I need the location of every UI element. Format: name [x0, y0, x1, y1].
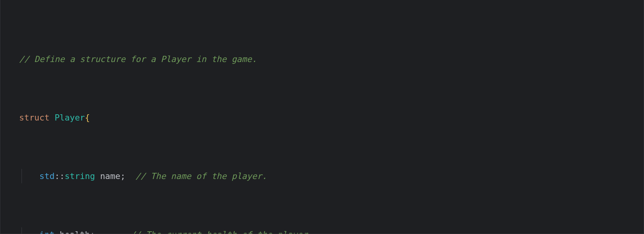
identifier: health;	[55, 230, 131, 234]
code-editor[interactable]: // Define a structure for a Player in th…	[19, 8, 640, 234]
comment-text: // Define a structure for a Player in th…	[19, 54, 257, 64]
comment-text: // The name of the player.	[136, 171, 267, 181]
code-line: std::string name; // The name of the pla…	[19, 169, 640, 184]
brace-open: {	[85, 113, 90, 122]
indent-guide	[21, 169, 22, 184]
indent-guide	[21, 227, 22, 234]
code-line: // Define a structure for a Player in th…	[19, 52, 640, 67]
code-line: int health; // The current health of the…	[19, 227, 640, 234]
code-line: struct Player{	[19, 110, 640, 125]
comment-text: // The current health of the player.	[131, 230, 313, 234]
namespace-std: std	[39, 171, 55, 181]
struct-name: Player	[55, 113, 85, 122]
identifier: name;	[95, 171, 136, 181]
keyword-struct: struct	[19, 113, 50, 122]
type-string: string	[65, 171, 95, 181]
scope-op: ::	[55, 171, 65, 181]
type-int: int	[39, 230, 55, 234]
